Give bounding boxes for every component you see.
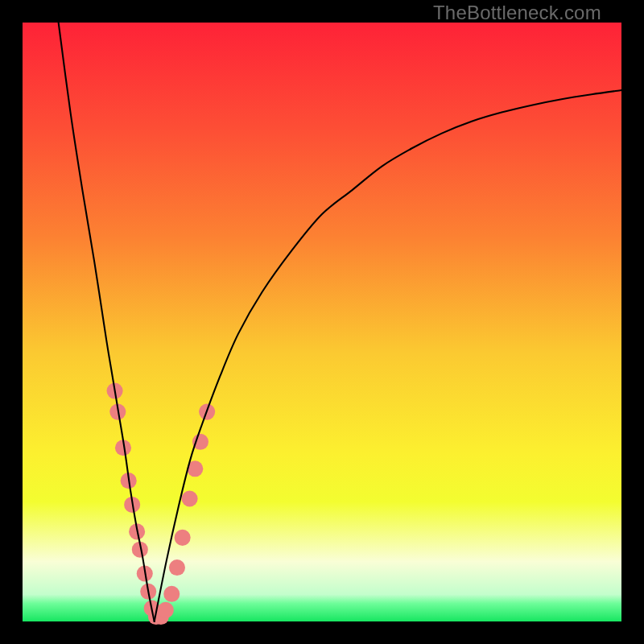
- plot-area: [23, 23, 621, 621]
- data-marker: [175, 530, 191, 546]
- outer-frame: TheBottleneck.com: [0, 0, 644, 644]
- chart-layer: [23, 23, 621, 621]
- watermark-text: TheBottleneck.com: [433, 2, 601, 24]
- data-marker: [163, 586, 180, 602]
- data-marker: [169, 559, 185, 576]
- data-marker: [158, 602, 174, 618]
- data-marker: [182, 490, 198, 506]
- curve-right-branch: [155, 90, 621, 621]
